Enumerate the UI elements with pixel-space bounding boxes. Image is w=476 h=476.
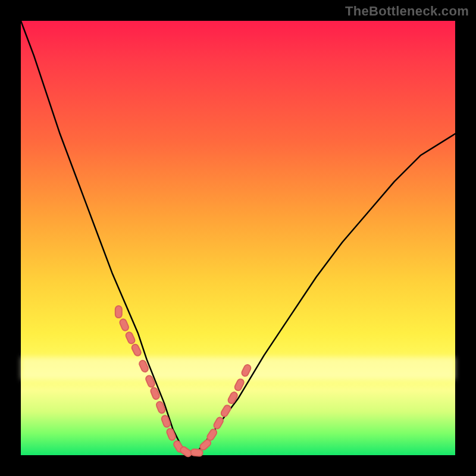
highlight-dot <box>119 318 130 332</box>
highlight-dot <box>115 306 122 318</box>
highlight-dot <box>166 428 177 441</box>
plot-area <box>21 21 455 455</box>
highlight-dot <box>220 404 232 418</box>
highlight-dot <box>161 415 171 428</box>
watermark-text: TheBottleneck.com <box>345 4 469 19</box>
curve-svg <box>21 21 455 455</box>
highlight-dot <box>125 331 136 345</box>
highlight-dot <box>241 364 252 377</box>
highlight-dot <box>213 416 224 430</box>
highlight-dot <box>131 343 142 357</box>
highlight-dot <box>227 391 239 405</box>
outer-black-frame: TheBottleneck.com <box>0 0 476 476</box>
highlight-dot <box>206 428 218 441</box>
highlight-dot <box>190 449 203 456</box>
